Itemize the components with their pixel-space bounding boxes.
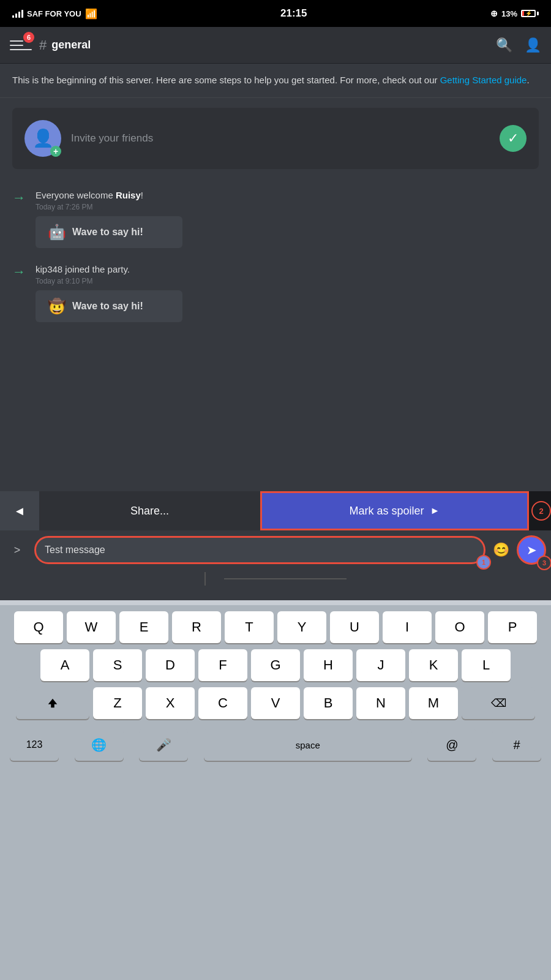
intro-text: This is the beginning of this server. He…: [12, 75, 440, 85]
key-t[interactable]: T: [225, 611, 274, 643]
wifi-icon: 📶: [85, 8, 97, 20]
battery-percent: 13%: [501, 9, 517, 18]
context-back-button[interactable]: ◄: [0, 491, 39, 530]
keyboard: Q W E R T Y U I O P A S D F G H J K L: [0, 600, 551, 980]
server-intro: This is the beginning of this server. He…: [0, 64, 551, 98]
key-m[interactable]: M: [409, 687, 458, 719]
key-u[interactable]: U: [330, 611, 379, 643]
key-b[interactable]: B: [304, 687, 353, 719]
msg-time-1: Today at 7:26 PM: [36, 203, 182, 211]
wave-emoji-2: 🤠: [48, 298, 66, 315]
key-w[interactable]: W: [67, 611, 116, 643]
expand-icon: >: [14, 544, 21, 557]
status-left: SAF FOR YOU 📶: [12, 8, 97, 20]
msg-time-2: Today at 9:10 PM: [36, 277, 182, 285]
chat-area: → Everyone welcome Ruisy! Today at 7:26 …: [0, 179, 551, 337]
key-123[interactable]: 123: [10, 729, 59, 761]
wave-emoji-1: 🤖: [48, 224, 66, 241]
key-backspace[interactable]: ⌫: [462, 687, 535, 719]
msg-content-2: kip348 joined the party. Today at 9:10 P…: [36, 263, 182, 327]
system-message-2: → kip348 joined the party. Today at 9:10…: [0, 258, 551, 332]
key-y[interactable]: Y: [277, 611, 326, 643]
context-spoiler-button[interactable]: Mark as spoiler ►: [260, 491, 529, 530]
status-time: 21:15: [280, 7, 307, 20]
location-icon: ⊕: [490, 9, 498, 18]
keyboard-top-bar: [0, 600, 551, 605]
key-x[interactable]: X: [146, 687, 195, 719]
invite-label[interactable]: Invite your friends: [71, 132, 490, 145]
invite-avatar: 👤: [24, 120, 61, 157]
send-icon: ➤: [527, 543, 537, 557]
invite-check: ✓: [500, 125, 527, 152]
key-o[interactable]: O: [435, 611, 484, 643]
key-r[interactable]: R: [172, 611, 221, 643]
wave-button-2[interactable]: 🤠 Wave to say hi!: [36, 290, 182, 322]
keyboard-bottom-row: 123 🌐 🎤 space @ #: [4, 725, 547, 761]
key-z[interactable]: Z: [93, 687, 142, 719]
expand-button[interactable]: >: [5, 538, 29, 562]
emoji-button[interactable]: 😊: [490, 542, 512, 558]
key-j[interactable]: J: [356, 649, 405, 681]
top-nav: 6 # general 🔍 👤: [0, 27, 551, 64]
key-row-2: A S D F G H J K L: [4, 649, 547, 681]
message-input[interactable]: [45, 545, 475, 556]
key-k[interactable]: K: [409, 649, 458, 681]
system-message-1: → Everyone welcome Ruisy! Today at 7:26 …: [0, 184, 551, 258]
key-mic[interactable]: 🎤: [139, 729, 188, 761]
key-l[interactable]: L: [462, 649, 511, 681]
key-i[interactable]: I: [383, 611, 432, 643]
key-row-1: Q W E R T Y U I O P: [4, 611, 547, 643]
wave-button-1[interactable]: 🤖 Wave to say hi!: [36, 216, 182, 248]
msg-bold-1: Ruisy: [116, 190, 141, 200]
send-button[interactable]: ➤ 3: [517, 535, 546, 565]
status-right: ⊕ 13% ⚡: [490, 9, 539, 18]
key-c[interactable]: C: [198, 687, 247, 719]
key-q[interactable]: Q: [14, 611, 63, 643]
search-icon[interactable]: 🔍: [496, 37, 512, 53]
badge-circle-3: 3: [537, 556, 551, 570]
status-bar: SAF FOR YOU 📶 21:15 ⊕ 13% ⚡: [0, 0, 551, 27]
key-p[interactable]: P: [488, 611, 537, 643]
key-globe[interactable]: 🌐: [75, 729, 124, 761]
input-area-wrapper: ◄ Share... Mark as spoiler ► 2 > 1 😊 ➤ 3: [0, 491, 551, 588]
key-d[interactable]: D: [146, 649, 195, 681]
badge-circle-2: 2: [531, 501, 551, 521]
context-menu-bar: ◄ Share... Mark as spoiler ► 2: [0, 491, 551, 530]
nav-icons: 🔍 👤: [496, 37, 541, 53]
key-f[interactable]: F: [198, 649, 247, 681]
spoiler-arrow-icon: ►: [430, 505, 440, 516]
key-shift[interactable]: [16, 687, 89, 719]
key-hash[interactable]: #: [492, 729, 541, 761]
message-input-row: > 1 😊 ➤ 3: [0, 530, 551, 570]
msg-content-1: Everyone welcome Ruisy! Today at 7:26 PM…: [36, 189, 182, 253]
wave-label-2: Wave to say hi!: [72, 301, 143, 312]
key-h[interactable]: H: [304, 649, 353, 681]
getting-started-link[interactable]: Getting Started guide: [440, 75, 527, 85]
key-v[interactable]: V: [251, 687, 300, 719]
key-s[interactable]: S: [93, 649, 142, 681]
key-row-3: Z X C V B N M ⌫: [4, 687, 547, 719]
spoiler-label: Mark as spoiler: [350, 505, 424, 518]
key-e[interactable]: E: [119, 611, 168, 643]
key-rows: Q W E R T Y U I O P A S D F G H J K L: [0, 605, 551, 761]
back-arrow-icon: ◄: [13, 504, 26, 518]
menu-button[interactable]: 6: [10, 34, 32, 56]
globe-icon: 🌐: [91, 737, 107, 752]
intro-suffix: .: [527, 75, 529, 85]
channel-name: # general: [39, 37, 489, 53]
badge-circle-1: 1: [476, 555, 491, 570]
msg-text-2: kip348 joined the party.: [36, 263, 182, 276]
wave-label-1: Wave to say hi!: [72, 227, 143, 238]
text-input-wrapper: 1: [34, 536, 485, 564]
key-g[interactable]: G: [251, 649, 300, 681]
signal-bars: [12, 9, 23, 18]
key-space[interactable]: space: [204, 729, 412, 761]
key-at[interactable]: @: [427, 729, 476, 761]
carrier-name: SAF FOR YOU: [27, 9, 81, 18]
key-n[interactable]: N: [356, 687, 405, 719]
key-a[interactable]: A: [40, 649, 89, 681]
profile-icon[interactable]: 👤: [525, 37, 541, 53]
menu-badge: 6: [23, 32, 34, 43]
context-share-button[interactable]: Share...: [39, 491, 260, 530]
arrow-icon-2: →: [12, 264, 26, 280]
